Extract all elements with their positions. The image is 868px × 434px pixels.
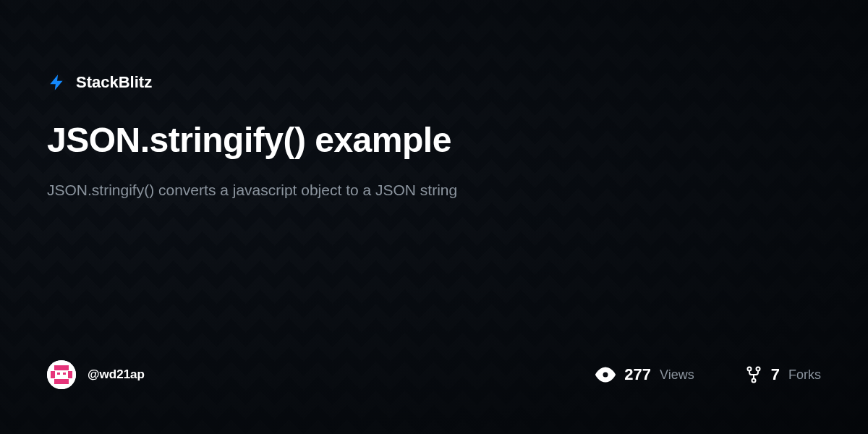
brand-name: StackBlitz xyxy=(76,73,152,92)
views-value: 277 xyxy=(624,365,651,384)
bolt-icon xyxy=(47,72,67,93)
svg-rect-6 xyxy=(63,373,66,375)
author-block[interactable]: @wd21ap xyxy=(47,360,145,389)
project-description: JSON.stringify() converts a javascript o… xyxy=(47,179,495,203)
svg-point-7 xyxy=(603,373,608,378)
svg-rect-4 xyxy=(68,371,72,378)
footer-row: @wd21ap 277 Views xyxy=(47,360,821,389)
avatar xyxy=(47,360,76,389)
forks-label: Forks xyxy=(788,367,821,383)
card-content: StackBlitz JSON.stringify() example JSON… xyxy=(0,0,868,434)
author-username: @wd21ap xyxy=(88,367,145,382)
brand-row: StackBlitz xyxy=(47,72,821,93)
svg-point-10 xyxy=(752,379,755,383)
fork-icon xyxy=(745,365,762,384)
svg-rect-3 xyxy=(51,371,55,378)
svg-rect-1 xyxy=(54,365,69,370)
forks-stat: 7 Forks xyxy=(745,365,821,384)
svg-rect-5 xyxy=(57,373,60,375)
project-title: JSON.stringify() example xyxy=(47,120,821,160)
stats-block: 277 Views 7 Forks xyxy=(595,365,821,385)
forks-value: 7 xyxy=(771,365,780,384)
eye-icon xyxy=(595,365,616,385)
svg-point-8 xyxy=(747,367,751,371)
svg-rect-2 xyxy=(54,379,69,384)
views-label: Views xyxy=(660,367,694,383)
svg-point-9 xyxy=(756,367,760,371)
views-stat: 277 Views xyxy=(595,365,694,385)
